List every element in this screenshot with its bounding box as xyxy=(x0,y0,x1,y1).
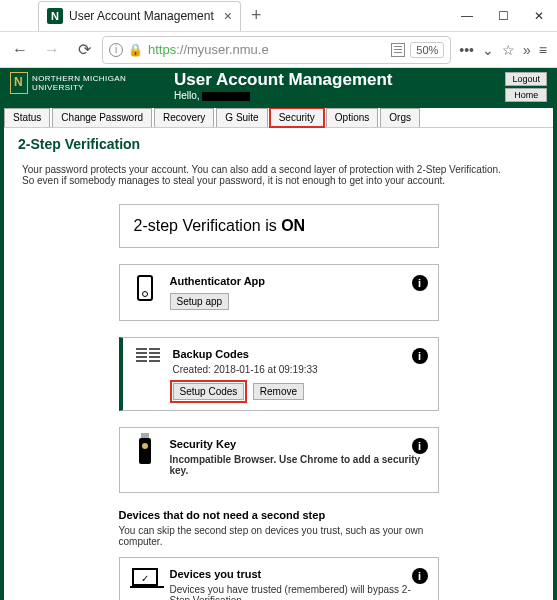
status-on: ON xyxy=(281,217,305,234)
tab-gsuite[interactable]: G Suite xyxy=(216,108,267,127)
info-icon[interactable]: i xyxy=(412,275,428,291)
university-logo: NORTHERN MICHIGAN UNIVERSITY xyxy=(10,72,126,94)
university-name: NORTHERN MICHIGAN xyxy=(32,74,126,83)
authenticator-card: Authenticator App Setup app i xyxy=(119,264,439,321)
info-icon[interactable]: i xyxy=(412,438,428,454)
menu-icon[interactable]: ≡ xyxy=(539,42,547,58)
security-key-card: Security Key Incompatible Browser. Use C… xyxy=(119,427,439,493)
key-title: Security Key xyxy=(170,438,426,450)
trusted-devices-card: ✓ Devices you trust Devices you have tru… xyxy=(119,557,439,600)
status-text: 2-step Verification is xyxy=(134,217,282,234)
codes-icon xyxy=(136,348,160,362)
trust-message: Devices you have trusted (remembered) wi… xyxy=(170,584,426,600)
bookmark-icon[interactable]: ☆ xyxy=(502,42,515,58)
tab-change-password[interactable]: Change Password xyxy=(52,108,152,127)
tab-recovery[interactable]: Recovery xyxy=(154,108,214,127)
status-card: 2-step Verification is ON xyxy=(119,204,439,248)
devices-subtext: You can skip the second step on devices … xyxy=(119,525,439,547)
redacted-name xyxy=(202,92,250,101)
hello-text: Hello, xyxy=(174,90,250,101)
minimize-button[interactable]: — xyxy=(449,1,485,31)
usb-key-icon xyxy=(139,438,151,464)
browser-toolbar: ← → ⟳ i 🔒 https://myuser.nmu.e 50% ••• ⌄… xyxy=(0,32,557,68)
tab-orgs[interactable]: Orgs xyxy=(380,108,420,127)
url-bar[interactable]: i 🔒 https://myuser.nmu.e 50% xyxy=(102,36,451,64)
university-name2: UNIVERSITY xyxy=(32,83,126,92)
content-area: Status Change Password Recovery G Suite … xyxy=(4,108,553,600)
reader-mode-icon[interactable] xyxy=(391,43,405,57)
home-button[interactable]: Home xyxy=(505,88,547,102)
browser-titlebar: N User Account Management × + — ☐ ✕ xyxy=(0,0,557,32)
setup-app-button[interactable]: Setup app xyxy=(170,293,230,310)
more-icon[interactable]: ••• xyxy=(459,42,474,58)
logo-icon xyxy=(10,72,28,94)
reload-button[interactable]: ⟳ xyxy=(70,36,98,64)
laptop-icon: ✓ xyxy=(132,568,158,586)
pocket-icon[interactable]: ⌄ xyxy=(482,42,494,58)
trust-title: Devices you trust xyxy=(170,568,426,580)
zoom-level[interactable]: 50% xyxy=(410,42,444,58)
url-text: https://myuser.nmu.e xyxy=(148,42,386,57)
app-title: User Account Management xyxy=(174,70,393,90)
tab-status[interactable]: Status xyxy=(4,108,50,127)
forward-button[interactable]: → xyxy=(38,36,66,64)
backup-codes-card: Backup Codes Created: 2018-01-16 at 09:1… xyxy=(119,337,439,411)
remove-codes-button[interactable]: Remove xyxy=(253,383,304,400)
auth-title: Authenticator App xyxy=(170,275,426,287)
tab-title: User Account Management xyxy=(69,9,214,23)
phone-icon xyxy=(137,275,153,301)
info-icon[interactable]: i xyxy=(412,348,428,364)
lock-icon: 🔒 xyxy=(128,43,143,57)
site-header: NORTHERN MICHIGAN UNIVERSITY User Accoun… xyxy=(4,68,553,108)
favicon-icon: N xyxy=(47,8,63,24)
codes-title: Backup Codes xyxy=(173,348,426,360)
tab-options[interactable]: Options xyxy=(326,108,378,127)
maximize-button[interactable]: ☐ xyxy=(485,1,521,31)
setup-codes-button[interactable]: Setup Codes xyxy=(173,383,245,400)
overflow-icon[interactable]: » xyxy=(523,42,531,58)
logout-button[interactable]: Logout xyxy=(505,72,547,86)
new-tab-button[interactable]: + xyxy=(251,5,262,26)
close-icon[interactable]: × xyxy=(224,8,232,24)
page-title: 2-Step Verification xyxy=(18,136,539,152)
intro-text: Your password protects your account. You… xyxy=(18,164,539,186)
info-icon[interactable]: i xyxy=(412,568,428,584)
tab-security[interactable]: Security xyxy=(270,108,324,127)
key-message: Incompatible Browser. Use Chrome to add … xyxy=(170,454,426,476)
browser-tab[interactable]: N User Account Management × xyxy=(38,1,241,31)
site-info-icon[interactable]: i xyxy=(109,43,123,57)
codes-created: Created: 2018-01-16 at 09:19:33 xyxy=(173,364,426,375)
devices-heading: Devices that do not need a second step xyxy=(119,509,439,521)
page-body: NORTHERN MICHIGAN UNIVERSITY User Accoun… xyxy=(0,68,557,600)
close-window-button[interactable]: ✕ xyxy=(521,1,557,31)
nav-tabs: Status Change Password Recovery G Suite … xyxy=(4,108,553,128)
back-button[interactable]: ← xyxy=(6,36,34,64)
